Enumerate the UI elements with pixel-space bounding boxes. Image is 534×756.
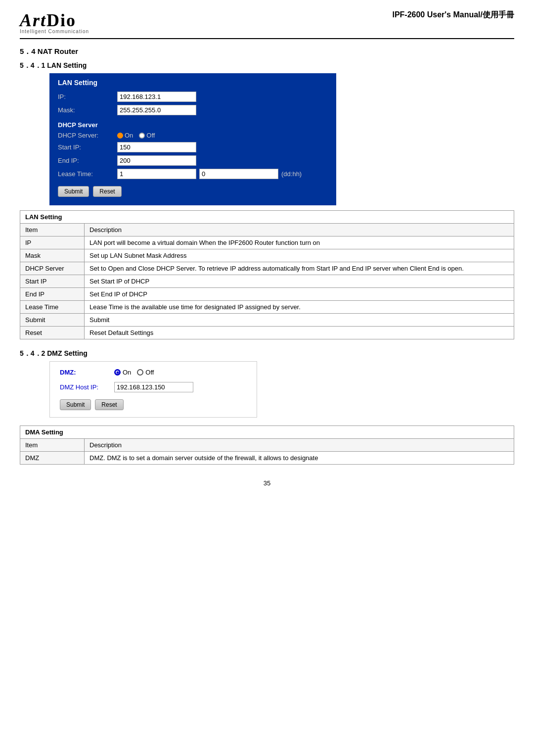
lease-inputs: (dd:hh) <box>117 169 302 179</box>
lease-hh-input[interactable] <box>199 169 278 179</box>
logo: ArtDio Intelligent Communication <box>20 10 89 34</box>
lease-time-row: Lease Time: (dd:hh) <box>58 169 328 179</box>
lan-desc-table: LAN Setting Item Description IP LAN port… <box>20 210 514 339</box>
lan-table-title: LAN Setting <box>20 211 514 224</box>
dma-row-item-dmz: DMZ <box>20 452 85 465</box>
dhcp-server-row: DHCP Server: On Off <box>58 132 328 139</box>
lan-table-header-row: Item Description <box>20 224 514 236</box>
dhcp-off-label: Off <box>146 132 155 139</box>
row-item-end-ip: End IP <box>20 288 85 301</box>
lan-col-desc-header: Description <box>85 224 514 236</box>
dmz-off-radio[interactable] <box>137 369 143 376</box>
lan-table-title-row: LAN Setting <box>20 211 514 224</box>
table-row: Lease Time Lease Time is the available u… <box>20 301 514 314</box>
lan-box-title: LAN Setting <box>58 79 328 87</box>
row-desc-mask: Set up LAN Subnet Mask Address <box>85 249 514 262</box>
row-desc-submit: Submit <box>85 314 514 327</box>
mask-input[interactable] <box>117 105 196 115</box>
page-header: ArtDio Intelligent Communication IPF-260… <box>20 10 514 39</box>
dma-table-header-row: Item Description <box>20 439 514 452</box>
row-desc-reset: Reset Default Settings <box>85 327 514 339</box>
row-item-reset: Reset <box>20 327 85 339</box>
lease-dd-input[interactable] <box>117 169 196 179</box>
row-desc-end-ip: Set End IP of DHCP <box>85 288 514 301</box>
mask-row: Mask: <box>58 105 328 115</box>
table-row: Submit Submit <box>20 314 514 327</box>
table-row: Reset Reset Default Settings <box>20 327 514 339</box>
logo-dio: Dio <box>46 10 76 30</box>
sub-section-lan: 5．4．1 LAN Setting <box>20 61 514 70</box>
dmz-label: DMZ: <box>60 369 114 376</box>
row-item-submit: Submit <box>20 314 85 327</box>
row-desc-dhcp: Set to Open and Close DHCP Server. To re… <box>85 262 514 275</box>
logo-text: ArtDio <box>20 10 89 31</box>
row-desc-ip: LAN port will become a virtual domain Wh… <box>85 236 514 249</box>
dhcp-on-radio[interactable] <box>117 133 123 139</box>
dhcp-on-option[interactable]: On <box>117 132 133 139</box>
logo-subtitle: Intelligent Communication <box>20 29 89 34</box>
mask-label: Mask: <box>58 106 117 114</box>
row-item-lease: Lease Time <box>20 301 85 314</box>
lan-button-row: Submit Reset <box>58 186 328 197</box>
lan-submit-button[interactable]: Submit <box>58 186 89 197</box>
dmz-off-option[interactable]: Off <box>137 369 154 376</box>
row-desc-lease: Lease Time is the available use time for… <box>85 301 514 314</box>
dmz-reset-button[interactable]: Reset <box>95 399 123 410</box>
dmz-on-label: On <box>123 369 131 376</box>
table-row: DHCP Server Set to Open and Close DHCP S… <box>20 262 514 275</box>
row-item-ip: IP <box>20 236 85 249</box>
dma-row-desc-dmz: DMZ. DMZ is to set a domain server outsi… <box>85 452 514 465</box>
dmz-setting-box: DMZ: On Off DMZ Host IP: Submit Reset <box>49 361 257 418</box>
dmz-on-option[interactable]: On <box>114 369 131 376</box>
dmz-button-row: Submit Reset <box>60 399 247 410</box>
table-row: Mask Set up LAN Subnet Mask Address <box>20 249 514 262</box>
dhcp-off-option[interactable]: Off <box>139 132 155 139</box>
row-item-mask: Mask <box>20 249 85 262</box>
dmz-on-radio[interactable] <box>114 369 121 376</box>
dmz-submit-button[interactable]: Submit <box>60 399 91 410</box>
dhcp-section-label: DHCP Server <box>58 121 328 129</box>
row-item-start-ip: Start IP <box>20 275 85 288</box>
start-ip-input[interactable] <box>117 142 196 152</box>
dhcp-radio-group: On Off <box>117 132 155 139</box>
section-nat-router: 5．4 NAT Router <box>20 47 514 56</box>
dhcp-server-label: DHCP Server: <box>58 132 117 139</box>
sub-section-dmz: 5．4．2 DMZ Setting <box>20 349 514 358</box>
ip-row: IP: <box>58 92 328 102</box>
table-row: Start IP Set Start IP of DHCP <box>20 275 514 288</box>
dmz-host-label: DMZ Host IP: <box>60 383 114 391</box>
logo-art: Art <box>20 10 46 30</box>
dmz-radio-group: On Off <box>114 369 154 376</box>
dma-table-title-row: DMA Setting <box>20 426 514 439</box>
lan-col-item-header: Item <box>20 224 85 236</box>
dma-col-desc-header: Description <box>85 439 514 452</box>
dma-col-item-header: Item <box>20 439 85 452</box>
ip-label: IP: <box>58 93 117 100</box>
dmz-off-label: Off <box>145 369 154 376</box>
table-row: IP LAN port will become a virtual domain… <box>20 236 514 249</box>
dma-table-title: DMA Setting <box>20 426 514 439</box>
page-title: IPF-2600 User's Manual/使用手冊 <box>392 10 514 20</box>
dmz-host-ip-input[interactable] <box>114 382 193 392</box>
lease-unit: (dd:hh) <box>281 170 302 178</box>
ip-input[interactable] <box>117 92 196 102</box>
end-ip-input[interactable] <box>117 155 196 166</box>
end-ip-row: End IP: <box>58 155 328 166</box>
dma-desc-table: DMA Setting Item Description DMZ DMZ. DM… <box>20 425 514 465</box>
end-ip-label: End IP: <box>58 157 117 164</box>
page-number: 35 <box>20 479 514 487</box>
row-item-dhcp: DHCP Server <box>20 262 85 275</box>
dmz-host-ip-row: DMZ Host IP: <box>60 382 247 392</box>
dhcp-off-radio[interactable] <box>139 133 145 139</box>
start-ip-label: Start IP: <box>58 143 117 151</box>
start-ip-row: Start IP: <box>58 142 328 152</box>
dmz-radio-row: DMZ: On Off <box>60 369 247 376</box>
dhcp-on-label: On <box>125 132 133 139</box>
lan-reset-button[interactable]: Reset <box>93 186 121 197</box>
table-row: DMZ DMZ. DMZ is to set a domain server o… <box>20 452 514 465</box>
row-desc-start-ip: Set Start IP of DHCP <box>85 275 514 288</box>
table-row: End IP Set End IP of DHCP <box>20 288 514 301</box>
lan-setting-box: LAN Setting IP: Mask: DHCP Server DHCP S… <box>49 73 336 205</box>
lease-time-label: Lease Time: <box>58 170 117 178</box>
